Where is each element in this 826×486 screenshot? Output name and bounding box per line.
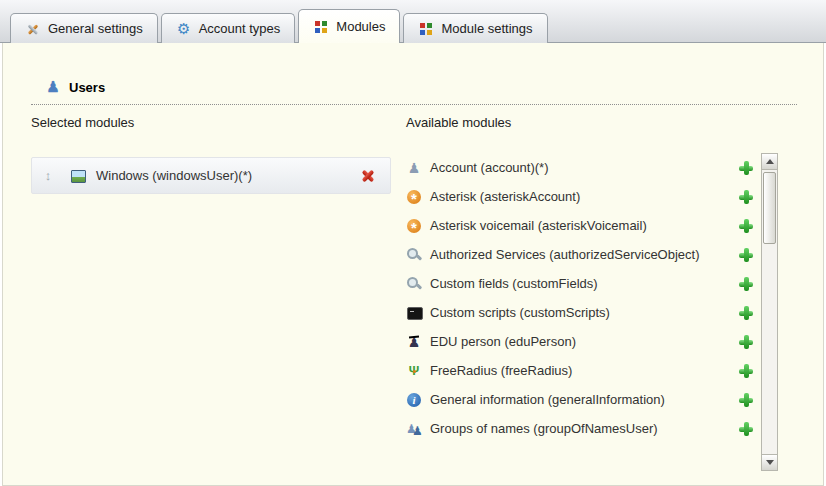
- add-module-button[interactable]: [738, 392, 754, 408]
- info-icon: [406, 392, 422, 408]
- module-label: EDU person (eduPerson): [430, 334, 730, 349]
- tools-icon: [25, 21, 41, 37]
- user-icon: [45, 79, 61, 95]
- terminal-icon: [406, 305, 422, 321]
- add-module-button[interactable]: [738, 247, 754, 263]
- module-label: Custom fields (customFields): [430, 276, 730, 291]
- list-item: Asterisk (asteriskAccount): [406, 182, 758, 211]
- dotted-divider: [31, 104, 797, 105]
- list-item: Asterisk voicemail (asteriskVoicemail): [406, 211, 758, 240]
- tab-module-settings[interactable]: Module settings: [403, 13, 547, 43]
- module-label: Authorized Services (authorizedServiceOb…: [430, 247, 730, 262]
- module-label: Groups of names (groupOfNamesUser): [430, 421, 730, 436]
- list-item: Custom fields (customFields): [406, 269, 758, 298]
- scroll-up-button[interactable]: [762, 154, 777, 170]
- tab-account-types[interactable]: Account types: [161, 13, 296, 43]
- module-label: FreeRadius (freeRadius): [430, 363, 730, 378]
- add-module-button[interactable]: [738, 305, 754, 321]
- selected-module-row: Windows (windowsUser)(*): [31, 157, 391, 194]
- available-modules-list: Account (account)(*) Asterisk (asteriskA…: [406, 153, 758, 443]
- account-icon: [406, 160, 422, 176]
- tab-general-settings[interactable]: General settings: [10, 13, 158, 43]
- magnifier-icon: [406, 276, 422, 292]
- triangle-down-icon: [766, 460, 774, 466]
- module-label: General information (generalInformation): [430, 392, 730, 407]
- asterisk-icon: [406, 189, 422, 205]
- tab-label: Module settings: [441, 21, 532, 36]
- module-label: Asterisk voicemail (asteriskVoicemail): [430, 218, 730, 233]
- list-item: Custom scripts (customScripts): [406, 298, 758, 327]
- module-label: Custom scripts (customScripts): [430, 305, 730, 320]
- windows-module-icon: [70, 168, 86, 184]
- tab-label: Account types: [199, 21, 281, 36]
- drag-handle-icon[interactable]: [40, 168, 56, 184]
- magnifier-icon: [406, 247, 422, 263]
- add-module-button[interactable]: [738, 189, 754, 205]
- add-module-button[interactable]: [738, 363, 754, 379]
- tab-modules[interactable]: Modules: [298, 9, 400, 43]
- add-module-button[interactable]: [738, 160, 754, 176]
- module-label: Account (account)(*): [430, 160, 730, 175]
- add-module-button[interactable]: [738, 334, 754, 350]
- scroll-down-button[interactable]: [762, 454, 777, 470]
- scrollbar[interactable]: [761, 153, 778, 471]
- add-module-button[interactable]: [738, 218, 754, 234]
- antenna-icon: [406, 363, 422, 379]
- tab-label: General settings: [48, 21, 143, 36]
- selected-module-label: Windows (windowsUser)(*): [96, 168, 360, 183]
- selected-modules-heading: Selected modules: [31, 115, 134, 130]
- list-item: Account (account)(*): [406, 153, 758, 182]
- list-item: Groups of names (groupOfNamesUser): [406, 414, 758, 443]
- list-item: Authorized Services (authorizedServiceOb…: [406, 240, 758, 269]
- available-modules-heading: Available modules: [406, 115, 511, 130]
- list-item: EDU person (eduPerson): [406, 327, 758, 356]
- list-item: FreeRadius (freeRadius): [406, 356, 758, 385]
- modules-icon: [313, 19, 329, 35]
- tab-bar: General settings Account types Modules M…: [0, 0, 826, 43]
- section-title: Users: [69, 80, 105, 95]
- gear-icon: [176, 21, 192, 37]
- section-header: Users: [45, 79, 105, 95]
- triangle-up-icon: [766, 159, 774, 165]
- module-label: Asterisk (asteriskAccount): [430, 189, 730, 204]
- modules-icon: [418, 21, 434, 37]
- tab-label: Modules: [336, 19, 385, 34]
- graduate-person-icon: [406, 334, 422, 350]
- add-module-button[interactable]: [738, 276, 754, 292]
- group-icon: [406, 421, 422, 437]
- remove-module-button[interactable]: [360, 168, 376, 184]
- list-item: General information (generalInformation): [406, 385, 758, 414]
- settings-window: General settings Account types Modules M…: [0, 0, 826, 486]
- add-module-button[interactable]: [738, 421, 754, 437]
- content-panel: Users Selected modules Available modules…: [2, 43, 824, 486]
- scrollbar-thumb[interactable]: [763, 172, 776, 244]
- asterisk-icon: [406, 218, 422, 234]
